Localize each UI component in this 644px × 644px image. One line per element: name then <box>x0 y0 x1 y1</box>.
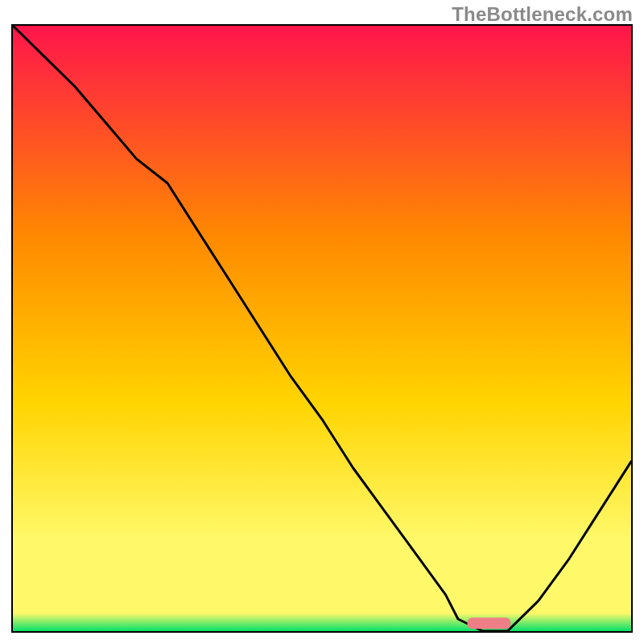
bottleneck-chart <box>13 26 631 631</box>
watermark-label: TheBottleneck.com <box>452 3 633 26</box>
gradient-background <box>13 26 631 631</box>
optimal-zone-marker <box>468 617 511 629</box>
